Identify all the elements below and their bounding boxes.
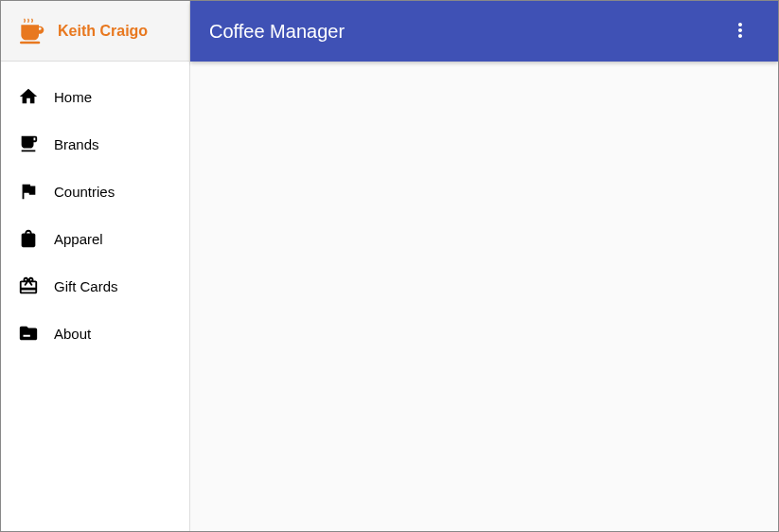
sidebar-item-brands[interactable]: Brands xyxy=(1,120,189,168)
coffee-logo-icon xyxy=(16,16,46,46)
sidebar-item-label: Apparel xyxy=(54,231,103,247)
nav-list: Home Brands Countries A xyxy=(1,62,189,368)
sidebar-item-gift-cards[interactable]: Gift Cards xyxy=(1,262,189,310)
coffee-cup-icon xyxy=(18,133,39,154)
shopping-bag-icon xyxy=(18,228,39,249)
sidebar-item-about[interactable]: About xyxy=(1,310,189,357)
gift-card-icon xyxy=(18,275,39,296)
sidebar-item-label: Home xyxy=(54,89,92,105)
more-vert-icon xyxy=(729,19,752,44)
topbar: Coffee Manager xyxy=(190,1,778,62)
more-menu-button[interactable] xyxy=(721,12,759,50)
sidebar-item-label: Countries xyxy=(54,184,115,200)
sidebar-item-apparel[interactable]: Apparel xyxy=(1,215,189,262)
sidebar-item-label: Gift Cards xyxy=(54,278,118,294)
sidebar-header: Keith Craigo xyxy=(1,1,189,62)
sidebar: Keith Craigo Home Brands xyxy=(1,1,190,531)
sidebar-item-home[interactable]: Home xyxy=(1,73,189,120)
home-icon xyxy=(18,86,39,107)
brand-name: Keith Craigo xyxy=(58,23,148,40)
page-title: Coffee Manager xyxy=(209,21,345,43)
flag-icon xyxy=(18,181,39,202)
sidebar-item-countries[interactable]: Countries xyxy=(1,168,189,215)
sidebar-item-label: Brands xyxy=(54,136,99,152)
content-area xyxy=(190,62,778,531)
main-area: Coffee Manager xyxy=(190,1,778,531)
svg-rect-0 xyxy=(20,41,40,44)
sidebar-item-label: About xyxy=(54,326,91,342)
folder-icon xyxy=(18,323,39,344)
